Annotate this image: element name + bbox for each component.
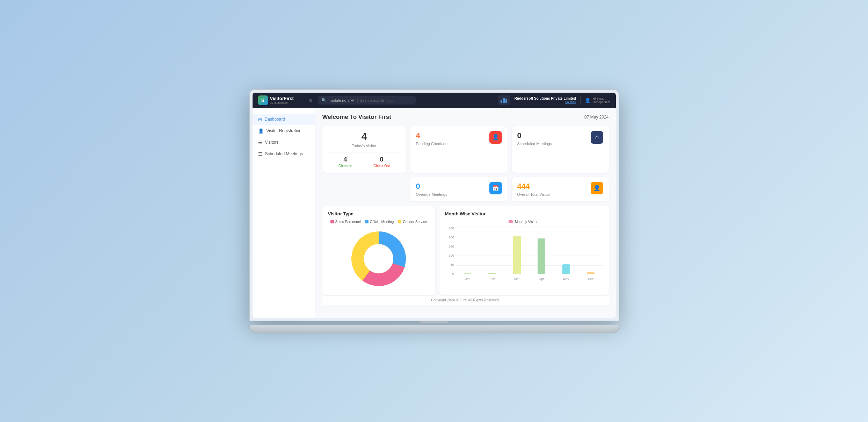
sidebar-item-visitor-registration[interactable]: 👤 Visitor Registration [253,125,315,137]
search-type-select[interactable]: mobile no ↓ [328,98,355,103]
legend-courier: Courier Service [398,220,427,224]
sidebar-item-scheduled-meetings[interactable]: ☰ Scheduled Meetings [253,148,315,160]
search-bar: 🔍 mobile no ↓ [318,96,416,105]
y-axis: 250 200 150 100 50 0 [445,227,455,282]
charts-row: Visitor Type Sales Personnel [322,206,609,295]
visitor-type-title: Visitor Type [328,211,430,216]
pending-checkout-value: 4 [416,131,449,140]
date-display: 07 May 2024 [584,115,608,120]
app-subtitle: By Ruddersoft [270,101,294,105]
y-label-200: 200 [449,236,454,239]
footer: Copyright 2024 RSFirst All Rights Reserv… [322,295,609,305]
y-label-250: 250 [449,227,454,230]
bar-label-mar: Mar [514,276,520,282]
y-label-50: 50 [451,263,454,266]
bar-legend: Monthly Visitors [445,220,603,224]
month-wise-title: Month Wise Visitor [445,211,603,216]
donut-svg [347,227,410,290]
stats-second-grid: 0 Overdue Meetings 📅 [322,177,609,201]
bar-label-feb: Feb [490,276,495,282]
bar-label-dec: Dec [588,276,593,282]
bar-fill-feb [488,273,496,274]
overall-total-value: 444 [517,182,550,191]
scheduled-meetings-label: Scheduled Meetings [517,142,552,146]
overall-total-icon-box: 👤 [591,182,603,194]
main-layout: ⊞ Dashboard 👤 Visitor Registration ☰ Vis… [253,108,616,318]
scheduled-meetings-info: 0 Scheduled Meetings [517,131,552,146]
todays-visitor-value: 4 [328,131,401,142]
overdue-meetings-card: 0 Overdue Meetings 📅 [410,177,508,201]
legend-dot-official [365,220,369,223]
todays-visitor-label: Today's Visitor [328,144,401,148]
sidebar-item-dashboard[interactable]: ⊞ Dashboard [253,114,315,125]
company-logo-chart [501,98,507,103]
app-name: VisitorFirst [270,96,294,101]
search-divider [357,98,358,103]
bar-fill-mar [513,236,521,274]
nav-divider [580,96,581,105]
visitor-reg-icon: 👤 [258,128,264,134]
scheduled-meetings-value: 0 [517,131,552,140]
checkout-value: 0 [373,156,390,163]
overdue-meetings-inner: 0 Overdue Meetings 📅 [416,182,502,196]
bar2 [503,98,505,103]
donut-container: Sales Personnel Official Meeting Courier… [328,220,430,290]
checkin-label: Check In [338,164,352,168]
user-greeting: Hi Swati ↓ [593,97,610,100]
legend-dot-courier [398,220,401,223]
scheduled-meetings-icon-box: ⚠ [591,131,603,144]
search-input[interactable] [360,98,412,102]
overall-total-icon: 👤 [593,185,600,191]
bar-chart-area: 250 200 150 100 50 0 [445,227,603,282]
checkout-label: Check Out [373,164,390,168]
sidebar-item-visitors[interactable]: ☰ Visitors [253,137,315,148]
checkin-value: 4 [338,156,352,163]
legend-official: Official Meeting [365,220,394,224]
bar-legend-label: Monthly Visitors [515,220,539,224]
search-icon: 🔍 [321,98,326,102]
sidebar: ⊞ Dashboard 👤 Visitor Registration ☰ Vis… [253,108,315,318]
sidebar-label-visitors: Visitors [265,140,279,145]
company-link[interactable]: Vaishali [515,100,576,104]
scheduled-meetings-card: 0 Scheduled Meetings ⚠ [512,126,609,173]
pending-checkout-card: 4 Pending Check-out 👤 [410,126,508,173]
user-info[interactable]: 👤 Hi Swati ↓ Receptionist [585,97,610,104]
bar-fill-jan [464,273,472,274]
scheduled-meetings-inner: 0 Scheduled Meetings ⚠ [517,131,603,146]
bar-label-may: May [563,276,569,282]
pending-checkout-info: 4 Pending Check-out [416,131,449,146]
stats-top-grid: 4 Today's Visitor 4 Check In 0 Check Out [322,126,609,173]
legend-label-sales: Sales Personnel [335,220,361,224]
todays-visitor-card: 4 Today's Visitor 4 Check In 0 Check Out [322,126,406,173]
user-icon: 👤 [585,98,591,103]
pending-checkout-inner: 4 Pending Check-out 👤 [416,131,502,146]
bar-group-dec: Dec [578,227,603,282]
bar-group-jan: Jan [455,227,480,282]
pending-checkout-icon: 👤 [492,134,499,141]
legend-label-official: Official Meeting [370,220,394,224]
bars-wrapper: Jan Feb Mar [455,227,603,282]
content-header: Welcome To Visitor First 07 May 2024 [322,114,609,121]
overdue-meetings-icon-box: 📅 [489,182,502,194]
legend-sales: Sales Personnel [330,220,361,224]
bar-group-feb: Feb [480,227,504,282]
scheduled-meetings-icon: ⚠ [595,134,599,141]
checkin-item: 4 Check In [338,156,352,168]
y-label-100: 100 [449,254,454,257]
logo-area: S VisitorFirst By Ruddersoft [258,95,304,105]
main-content: Welcome To Visitor First 07 May 2024 4 T… [315,108,616,318]
laptop-notch [420,321,448,323]
sidebar-label-dashboard: Dashboard [265,117,285,122]
checkout-item: 0 Check Out [373,156,390,168]
overall-total-inner: 444 Overall Total Visitor 👤 [517,182,603,196]
overall-total-info: 444 Overall Total Visitor [517,182,550,196]
dashboard-icon: ⊞ [258,117,262,122]
bar-fill-may [562,264,570,274]
bar3 [505,99,507,103]
hamburger-menu[interactable]: ≡ [308,96,314,105]
bar-group-apr: Apr [529,227,554,282]
company-info: Ruddersoft Solutions Private Limited Vai… [515,96,576,104]
nav-right: Ruddersoft Solutions Private Limited Vai… [498,95,610,105]
visitor-type-chart-card: Visitor Type Sales Personnel [322,206,435,295]
company-name: Ruddersoft Solutions Private Limited [515,96,576,100]
